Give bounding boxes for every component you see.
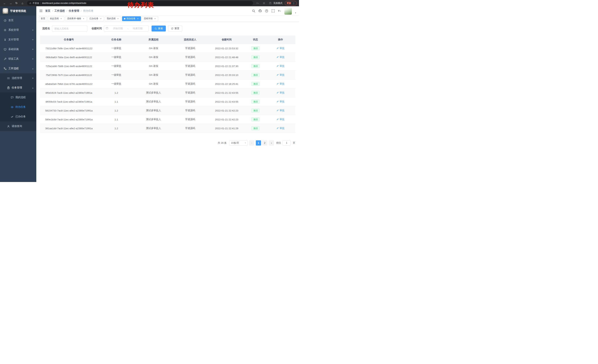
- reset-button-label: 重置: [174, 27, 179, 30]
- next-page-button[interactable]: ›: [269, 140, 274, 146]
- sidebar-item-home[interactable]: 首页: [0, 16, 36, 25]
- column-header: 任务编号: [40, 36, 98, 44]
- approve-link[interactable]: 审批: [276, 82, 284, 86]
- tab-process-detail[interactable]: 流程详情×: [142, 16, 158, 21]
- table-row: 8f059c03-7ac8-11ec-a9e2-a2380e71991a1.1测…: [40, 97, 295, 106]
- sidebar-item-payment[interactable]: 支付管理▾: [0, 35, 36, 44]
- cell-action: 审批: [266, 97, 295, 106]
- breadcrumb-item[interactable]: 工作流程: [54, 9, 65, 13]
- sidebar-item-devtools[interactable]: 研发工具▾: [0, 54, 36, 64]
- sidebar-item-infrastructure[interactable]: 基础设施▾: [0, 44, 36, 54]
- sidebar-item-todo-task[interactable]: 待办任务: [0, 102, 36, 112]
- list-icon: [7, 77, 10, 80]
- forward-icon[interactable]: →: [8, 1, 13, 6]
- approve-link[interactable]: 审批: [276, 100, 284, 103]
- breadcrumb-item[interactable]: 任务管理: [69, 9, 79, 13]
- sidebar-item-system[interactable]: 系统管理▾: [0, 25, 36, 35]
- avatar[interactable]: [284, 7, 292, 15]
- home-icon[interactable]: ⌂: [20, 1, 25, 6]
- tab-home[interactable]: 首页: [39, 16, 47, 21]
- sidebar-item-label: 我的流程: [15, 96, 26, 99]
- breadcrumb-item[interactable]: 首页: [45, 9, 50, 13]
- fullscreen-icon[interactable]: [271, 9, 275, 13]
- close-icon[interactable]: ×: [117, 17, 119, 20]
- cell-status: 激活: [245, 71, 266, 80]
- approve-link[interactable]: 审批: [276, 56, 284, 59]
- chevron-down-icon[interactable]: ▾: [295, 12, 296, 14]
- tab-done-task[interactable]: 已办任务×: [88, 16, 104, 21]
- tab-form-edit[interactable]: 流程表单-编辑×: [65, 16, 87, 21]
- tab-my-process[interactable]: 我的流程×: [105, 16, 121, 21]
- github-icon[interactable]: [258, 9, 262, 13]
- breadcrumb-item[interactable]: 待办任务: [83, 9, 93, 13]
- status-badge: 激活: [251, 55, 259, 59]
- column-header: 流程发起人: [172, 36, 208, 44]
- edit-icon: [276, 118, 279, 121]
- hamburger-icon[interactable]: [39, 9, 43, 12]
- tab-label: 首页: [41, 17, 45, 20]
- app-logo-row[interactable]: 芋道管理系统: [0, 6, 36, 16]
- sidebar-item-my-process[interactable]: 我的流程: [0, 93, 36, 102]
- cell-task-name: 一级审批: [98, 80, 135, 88]
- approve-label: 审批: [280, 91, 284, 94]
- page-size-value: 10条/页: [231, 141, 239, 145]
- browser-chrome: ← → ↻ ⌂ ⚠ 不安全 dashboard.yudao.iocoder.cn…: [0, 0, 299, 6]
- reset-button[interactable]: 重置: [168, 25, 182, 32]
- tab-todo-task[interactable]: 待办任务×: [122, 16, 141, 21]
- svg-text:T: T: [280, 10, 281, 12]
- close-icon[interactable]: ×: [137, 17, 139, 20]
- header-actions: TT ▾: [252, 7, 296, 15]
- sidebar-item-leave-query[interactable]: 请假查询: [0, 121, 36, 131]
- table-row: a6aba0a4-7b6d-11ec-b781-acde48001122一级审批…: [40, 80, 295, 88]
- cell-initiator: 芋道源码: [172, 115, 208, 124]
- approve-link[interactable]: 审批: [276, 73, 284, 77]
- close-icon[interactable]: ×: [100, 17, 102, 20]
- tab-label: 流程详情: [144, 17, 153, 20]
- approve-link[interactable]: 审批: [276, 118, 284, 121]
- tab-label: 待办任务: [126, 17, 135, 20]
- approve-link[interactable]: 审批: [276, 109, 284, 112]
- font-size-icon[interactable]: TT: [278, 9, 281, 13]
- status-badge: 激活: [251, 117, 259, 121]
- approve-link[interactable]: 审批: [276, 127, 284, 130]
- reload-icon[interactable]: ↻: [14, 1, 19, 6]
- approve-link[interactable]: 审批: [276, 65, 284, 68]
- process-name-input[interactable]: [52, 25, 87, 32]
- address-bar[interactable]: ⚠ 不安全 dashboard.yudao.iocoder.cn/bpm/tas…: [27, 1, 253, 5]
- cell-process: OA 请假: [135, 62, 172, 71]
- page-size-select[interactable]: 10条/页 ▾: [229, 140, 248, 146]
- search-button[interactable]: 搜索: [151, 25, 166, 32]
- update-button[interactable]: 更新 ⋮: [285, 1, 297, 6]
- star-icon[interactable]: ☆: [262, 1, 266, 6]
- approve-link[interactable]: 审批: [276, 47, 284, 50]
- table-row: 069c6a63-7b8a-11ec-8ef0-acde48001122一级审批…: [40, 53, 295, 62]
- cell-status: 激活: [245, 97, 266, 106]
- cell-action: 审批: [266, 62, 295, 71]
- cell-action: 审批: [266, 106, 295, 115]
- tab-start-process[interactable]: 发起流程×: [48, 16, 64, 21]
- date-range-picker[interactable]: 开始日期 - 结束日期: [104, 25, 149, 32]
- back-icon[interactable]: ←: [2, 1, 7, 6]
- close-icon[interactable]: ×: [60, 17, 62, 20]
- goto-page-input[interactable]: [282, 140, 291, 146]
- approve-link[interactable]: 审批: [276, 91, 284, 94]
- sidebar-item-task-management[interactable]: 任务管理▴: [0, 83, 36, 93]
- table-row: 8f0d1619-7ac8-11ec-a9e2-a2380e71991a1.2测…: [40, 88, 295, 97]
- sidebar-item-process-management[interactable]: 流程管理▾: [0, 73, 36, 83]
- prev-page-button[interactable]: ‹: [249, 140, 254, 146]
- incognito-label: 无痕模式: [273, 2, 282, 5]
- sidebar-item-label: 待办任务: [15, 105, 26, 109]
- menu-dots-icon[interactable]: ⋮: [292, 2, 295, 5]
- status-badge: 激活: [251, 91, 259, 95]
- search-icon[interactable]: [252, 9, 255, 13]
- approve-label: 审批: [280, 109, 284, 112]
- sidebar-item-workflow[interactable]: 工作流程▴: [0, 64, 36, 73]
- sidebar-item-done-task[interactable]: 已办任务: [0, 112, 36, 121]
- close-icon[interactable]: ×: [154, 17, 156, 20]
- key-icon[interactable]: [256, 1, 259, 5]
- help-icon[interactable]: [265, 9, 268, 13]
- cell-process: 测试多审批人: [135, 88, 172, 97]
- close-icon[interactable]: ×: [82, 17, 85, 20]
- page-number-button[interactable]: 1: [256, 140, 261, 146]
- page-number-button[interactable]: 2: [262, 140, 267, 146]
